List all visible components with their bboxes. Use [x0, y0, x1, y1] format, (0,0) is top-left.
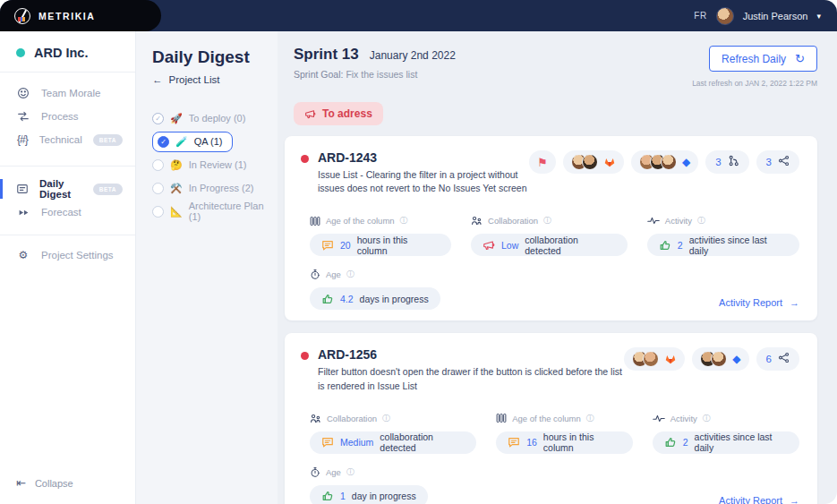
activity-report-link[interactable]: Activity Report →	[719, 495, 799, 504]
sidebar: ARD Inc. Team Morale Process {#}	[0, 31, 136, 504]
branches-count-pill[interactable]: 3	[705, 150, 748, 174]
column-option-in-progress[interactable]: ⚒️ In Progress (2)	[152, 176, 269, 200]
info-icon[interactable]: ⓘ	[697, 215, 705, 226]
sidebar-item-label: Daily Digest	[39, 178, 82, 200]
metric-chip: 4.2 days in progress	[310, 287, 440, 310]
sprint-date: January 2nd 2022	[370, 49, 456, 62]
info-icon[interactable]: ⓘ	[703, 413, 711, 424]
info-icon[interactable]: ⓘ	[346, 269, 354, 280]
info-icon[interactable]: ⓘ	[543, 215, 551, 226]
radio-circle-icon[interactable]	[152, 159, 164, 171]
column-option-in-review[interactable]: 🤔 In Review (1)	[152, 153, 269, 176]
people-icon	[471, 215, 483, 226]
avatar-group	[639, 154, 677, 170]
refresh-icon: ↻	[795, 52, 805, 65]
arrow-right-icon: →	[790, 495, 799, 504]
activity-icon	[653, 414, 665, 423]
info-icon[interactable]: ⓘ	[400, 215, 408, 226]
collapse-sidebar-button[interactable]: ⇤ Collapse	[0, 476, 135, 504]
fast-forward-icon	[16, 207, 30, 218]
thinking-emoji-icon: 🤔	[170, 159, 183, 171]
to-address-filter-badge[interactable]: To adress	[294, 102, 383, 125]
sidebar-item-process[interactable]: Process	[0, 105, 135, 128]
sidebar-item-team-morale[interactable]: Team Morale	[0, 81, 135, 105]
sidebar-item-label: Process	[41, 111, 79, 122]
sidebar-item-daily-digest[interactable]: Daily Digest BETA	[0, 177, 135, 201]
thumbs-up-icon	[664, 436, 677, 448]
chevron-down-icon[interactable]: ▾	[816, 12, 821, 21]
links-count-pill[interactable]: 6	[756, 347, 799, 371]
org-name: ARD Inc.	[34, 46, 88, 60]
flag-pill[interactable]: ⚑	[529, 150, 556, 174]
sidebar-item-technical[interactable]: {#} Technical BETA	[0, 128, 135, 151]
radio-circle-icon[interactable]	[152, 206, 164, 218]
avatar-group	[571, 154, 598, 170]
jira-members-pill[interactable]: ◆	[631, 150, 698, 174]
jira-members-pill[interactable]: ◆	[692, 347, 748, 371]
branch-icon	[728, 154, 739, 170]
info-icon[interactable]: ⓘ	[346, 466, 354, 478]
info-icon[interactable]: ⓘ	[586, 413, 594, 424]
activity-report-link[interactable]: Activity Report →	[719, 297, 799, 310]
issue-id[interactable]: ARD-1256	[318, 347, 624, 362]
columns-icon	[310, 216, 320, 226]
collapse-icon: ⇤	[16, 476, 26, 490]
app-window: METRIKIA FR Justin Pearson ▾ ARD Inc. Te…	[0, 0, 837, 504]
org-status-dot	[16, 48, 25, 57]
info-icon[interactable]: ⓘ	[382, 413, 390, 424]
issue-priority-dot	[301, 352, 309, 360]
avatar-group	[700, 351, 727, 367]
check-circle-icon[interactable]: ✓	[152, 113, 164, 124]
sprint-goal-label: Sprint Goal:	[294, 69, 343, 80]
comment-icon	[321, 239, 334, 252]
code-braces-icon: {#}	[16, 133, 29, 146]
brand-name: METRIKIA	[38, 11, 96, 21]
sprint-goal-text: Fix the issues list	[346, 69, 417, 80]
last-refresh-timestamp: Last refresh on JAN 2, 2022 1:22 PM	[692, 79, 817, 88]
column-option-to-deploy[interactable]: ✓ 🚀 To deploy (0)	[152, 107, 269, 130]
sprint-title: Sprint 13	[294, 46, 359, 64]
user-avatar[interactable]	[716, 7, 734, 25]
thumbs-up-icon	[321, 490, 334, 502]
digest-board-icon	[16, 183, 29, 195]
sidebar-item-forecast[interactable]: Forecast	[0, 201, 135, 224]
collapse-label: Collapse	[35, 478, 73, 489]
metric-chip: 20 hours in this column	[310, 234, 451, 256]
process-flow-icon	[16, 110, 30, 123]
column-option-qa[interactable]: ✓ 🧪 QA (1)	[152, 130, 269, 153]
selected-column-box[interactable]: ✓ 🧪 QA (1)	[152, 132, 233, 152]
metric-chip: 2 activities since last daily	[647, 234, 799, 256]
issue-card: ARD-1243 Issue List - Clearing the filte…	[285, 136, 817, 320]
issue-description: Filter button doesn't open the drawer if…	[318, 365, 624, 392]
gitlab-icon	[664, 353, 677, 365]
avatar	[711, 351, 727, 367]
metric-chip: 16 hours in this column	[496, 431, 633, 454]
language-selector[interactable]: FR	[694, 11, 706, 21]
avatar	[643, 351, 659, 367]
brand-logo: METRIKIA	[0, 0, 161, 31]
column-option-architecture-plan[interactable]: 📐 Architecture Plan (1)	[152, 200, 269, 223]
links-network-icon	[778, 351, 790, 367]
check-circle-filled-icon[interactable]: ✓	[158, 136, 169, 148]
thumbs-up-icon	[659, 239, 671, 252]
org-switcher[interactable]: ARD Inc.	[0, 31, 135, 72]
beta-badge: BETA	[93, 184, 123, 195]
page-title: Daily Digest	[152, 47, 269, 67]
issue-id[interactable]: ARD-1243	[318, 150, 529, 165]
columns-icon	[496, 413, 507, 423]
avatar-group	[632, 351, 659, 367]
user-name[interactable]: Justin Pearson	[743, 11, 808, 21]
arrow-right-icon: →	[790, 297, 799, 308]
gitlab-members-pill[interactable]	[624, 347, 685, 371]
beta-badge: BETA	[93, 134, 123, 146]
sidebar-item-project-settings[interactable]: ⚙ Project Settings	[0, 243, 135, 267]
radio-circle-icon[interactable]	[152, 183, 164, 194]
gear-icon: ⚙	[16, 249, 30, 261]
triangle-ruler-emoji-icon: 📐	[170, 206, 183, 218]
gitlab-icon	[603, 156, 616, 168]
gitlab-members-pill[interactable]	[563, 150, 624, 174]
links-count-pill[interactable]: 3	[756, 150, 799, 174]
links-network-icon	[778, 154, 790, 170]
back-to-project-list-link[interactable]: ← Project List	[152, 74, 269, 85]
refresh-daily-button[interactable]: Refresh Daily ↻	[709, 46, 817, 72]
